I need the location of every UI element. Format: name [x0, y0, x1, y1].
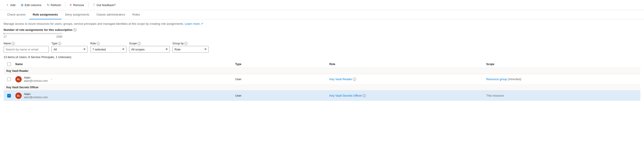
role-cell-2: Key Vault Secrets Officer i	[327, 90, 484, 101]
tab-deny-assignments[interactable]: Deny assignments	[62, 10, 93, 19]
user-name-1: Alain	[24, 76, 48, 79]
scope-link-1[interactable]: Resource group	[486, 78, 507, 81]
group-name-key-vault-secrets-officer: Key Vault Secrets Officer	[4, 84, 640, 90]
add-icon: ＋	[6, 3, 9, 7]
th-type: Type	[232, 61, 327, 68]
quota-progress-bar	[4, 33, 62, 34]
columns-icon: ⊞	[21, 3, 24, 7]
remove-button[interactable]: ✕ Remove	[67, 2, 86, 8]
role-filter-label: Role i	[90, 42, 126, 45]
user-cell-1: AL Alain alain@contoso.com ·	[13, 74, 232, 84]
filters-bar: Name i Type i All User Group Service Pri…	[4, 42, 640, 53]
user-info-2: Alain alain@contoso.com	[24, 92, 48, 99]
edit-columns-label: Edit columns	[24, 3, 41, 7]
learn-more-link[interactable]: Learn more ↗	[185, 22, 203, 25]
th-name: Name	[13, 61, 232, 68]
group-row-key-vault-reader: Key Vault Reader	[4, 68, 640, 74]
name-filter-label: Name i	[4, 42, 49, 45]
assignments-table: Name Type Role Scope Key Vault Reader AL	[4, 61, 640, 101]
avatar-1: AL	[15, 76, 22, 83]
role-link-1[interactable]: Key Vault Reader	[330, 78, 352, 81]
groupby-filter-info-icon[interactable]: i	[184, 42, 188, 45]
divider-1	[65, 2, 65, 8]
description-text: Manage access to Azure resources for use…	[4, 22, 640, 25]
user-name-2: Alain	[24, 92, 48, 96]
feedback-button[interactable]: ♡ Got feedback?	[90, 2, 118, 8]
add-button[interactable]: ＋ Add	[4, 2, 18, 8]
role-link-2[interactable]: Key Vault Secrets Officer	[330, 94, 362, 97]
tab-roles[interactable]: Roles	[129, 10, 144, 19]
type-filter-label: Type i	[52, 42, 88, 45]
remove-label: Remove	[73, 3, 84, 7]
role-cell-1: Key Vault Reader i	[327, 74, 484, 84]
tab-classic-administrators[interactable]: Classic administrators	[93, 10, 129, 19]
scope-filter-label: Scope i	[129, 42, 170, 45]
refresh-button[interactable]: ↻ Refresh	[45, 2, 64, 8]
row-checkbox-2[interactable]	[7, 94, 11, 97]
main-content: Manage access to Azure resources for use…	[0, 19, 644, 104]
select-all-checkbox[interactable]	[7, 62, 11, 66]
edit-columns-button[interactable]: ⊞ Edit columns	[18, 2, 44, 8]
table-row: AL Alain alain@contoso.com · User Key Va…	[4, 74, 640, 84]
user-email-2: alain@contoso.com	[24, 96, 48, 99]
role-info-icon-1[interactable]: i	[353, 78, 356, 81]
quota-info-icon[interactable]: i	[74, 28, 76, 31]
type-filter-info-icon[interactable]: i	[58, 42, 61, 45]
scope-filter-info-icon[interactable]: i	[138, 42, 141, 45]
th-scope: Scope	[484, 61, 640, 68]
type-filter-select[interactable]: All User Group Service Principal Managed…	[52, 46, 88, 53]
count-row: 13 items (4 Users, 8 Service Principals,…	[4, 55, 640, 59]
row-checkbox-1[interactable]	[7, 78, 11, 81]
tab-bar: Check access Role assignments Deny assig…	[0, 10, 644, 19]
scope-cell-1: Resource group (Inherited)	[484, 74, 640, 84]
refresh-icon: ↻	[47, 3, 50, 7]
toolbar: ＋ Add ⊞ Edit columns ↻ Refresh ✕ Remove …	[0, 0, 644, 10]
avatar-2: AL	[15, 92, 22, 99]
user-cell-2: AL Alain alain@contoso.com	[13, 90, 232, 101]
add-label: Add	[10, 3, 15, 7]
scope-cell-2: This resource	[484, 90, 640, 101]
feedback-label: Got feedback?	[97, 3, 116, 7]
quota-label: Number of role assignments for this subs…	[4, 28, 640, 31]
type-cell-2: User	[232, 90, 327, 101]
quota-numbers: 17 2000	[4, 35, 62, 38]
role-filter-info-icon[interactable]: i	[97, 42, 100, 45]
remove-icon: ✕	[69, 3, 72, 7]
groupby-filter-select[interactable]: Role Type Scope None	[172, 46, 209, 53]
role-filter-group: Role i 7 selected	[90, 42, 126, 53]
group-row-key-vault-secrets-officer: Key Vault Secrets Officer	[4, 84, 640, 90]
user-info-1: Alain alain@contoso.com	[24, 76, 48, 83]
scope-text-2: This resource	[486, 94, 504, 97]
user-email-1: alain@contoso.com	[24, 79, 48, 83]
refresh-label: Refresh	[51, 3, 61, 7]
role-info-icon-2[interactable]: i	[363, 94, 366, 97]
tab-check-access[interactable]: Check access	[4, 10, 29, 19]
dot-icon-1: ·	[51, 77, 52, 82]
name-filter-group: Name i	[4, 42, 49, 53]
feedback-icon: ♡	[92, 3, 96, 7]
groupby-filter-group: Group by i Role Type Scope None	[172, 42, 209, 53]
groupby-filter-label: Group by i	[172, 42, 209, 45]
quota-progress-fill	[4, 33, 4, 34]
name-filter-info-icon[interactable]: i	[12, 42, 15, 45]
type-cell-1: User	[232, 74, 327, 84]
type-filter-group: Type i All User Group Service Principal …	[52, 42, 88, 53]
name-search-input[interactable]	[4, 46, 49, 53]
tab-role-assignments[interactable]: Role assignments	[29, 10, 62, 19]
th-role: Role	[327, 61, 484, 68]
quota-section: Number of role assignments for this subs…	[4, 28, 640, 38]
group-name-key-vault-reader: Key Vault Reader	[4, 68, 640, 74]
scope-suffix-1: (Inherited)	[508, 78, 521, 81]
scope-filter-select[interactable]: All scopes This resource Inherited	[129, 46, 170, 53]
divider-2	[88, 2, 88, 8]
scope-filter-group: Scope i All scopes This resource Inherit…	[129, 42, 170, 53]
table-row: AL Alain alain@contoso.com User Key Vaul…	[4, 90, 640, 101]
role-filter-select[interactable]: 7 selected	[90, 46, 126, 53]
